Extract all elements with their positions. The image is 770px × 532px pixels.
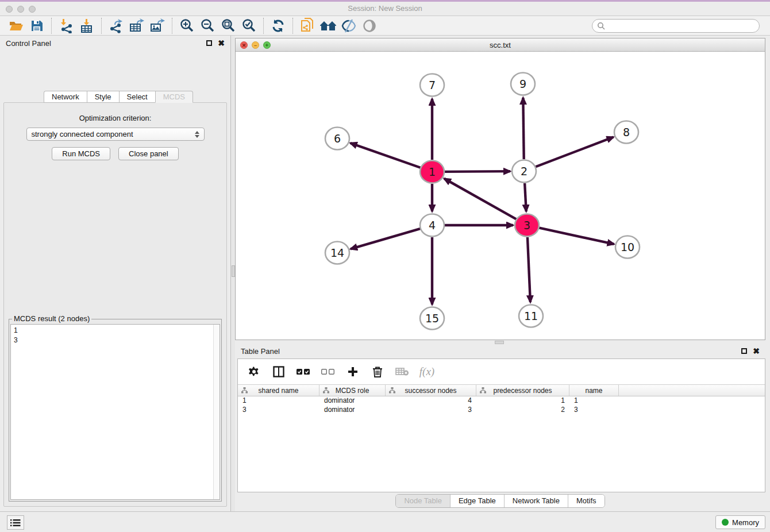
tab-node-table[interactable]: Node Table (396, 495, 451, 507)
export-table-icon[interactable] (126, 17, 147, 34)
hide-graphics-details-icon[interactable] (338, 17, 359, 34)
column-header-successor-nodes[interactable]: successor nodes (386, 385, 476, 396)
graph-edge-3-10[interactable] (539, 228, 614, 244)
split-view-icon[interactable] (272, 365, 286, 379)
float-table-panel-icon[interactable] (741, 348, 747, 354)
clone-network-icon[interactable] (297, 17, 318, 34)
search-input[interactable] (608, 22, 754, 30)
result-scrollbar[interactable] (213, 325, 220, 499)
import-network-icon[interactable] (56, 17, 76, 34)
graph-edge-2-3[interactable] (525, 183, 526, 211)
table-panel: Table Panel ✖ (235, 345, 765, 510)
select-all-columns-icon[interactable] (297, 365, 310, 379)
memory-button[interactable]: Memory (715, 515, 765, 529)
network-maximize-button[interactable]: + (263, 41, 271, 49)
status-bar: Memory (0, 511, 770, 532)
run-mcds-button[interactable]: Run MCDS (52, 147, 110, 160)
table-settings-icon[interactable] (247, 365, 261, 379)
table-panel-title: Table Panel (241, 347, 280, 356)
horizontal-splitter[interactable] (235, 340, 765, 345)
tab-network-table[interactable]: Network Table (505, 495, 568, 507)
table-cell[interactable]: 3 (569, 406, 619, 415)
toolbar-separator (263, 18, 264, 34)
task-history-button[interactable] (7, 515, 24, 530)
mcds-result-text[interactable]: 1 3 (11, 325, 213, 499)
tab-style[interactable]: Style (87, 91, 119, 103)
graph-edge-2-9[interactable] (523, 98, 523, 159)
add-column-icon[interactable] (346, 365, 360, 379)
tab-select[interactable]: Select (119, 91, 155, 103)
column-header-predecessor-nodes[interactable]: predecessor nodes (476, 385, 569, 396)
refresh-icon[interactable] (268, 17, 288, 34)
tab-network[interactable]: Network (44, 91, 87, 103)
column-header-mcds-role[interactable]: MCDS role (319, 385, 386, 396)
tab-edge-table[interactable]: Edge Table (451, 495, 505, 507)
graph-edge-2-8[interactable] (536, 137, 614, 167)
graph-node-label-8: 8 (623, 126, 630, 138)
zoom-fit-icon[interactable] (218, 17, 238, 34)
zoom-selected-icon[interactable] (238, 17, 259, 34)
control-panel-header: Control Panel ✖ (0, 36, 230, 51)
graph-edge-3-11[interactable] (528, 237, 530, 302)
column-header-shared-name[interactable]: shared name (238, 385, 319, 396)
list-icon (10, 519, 21, 527)
delete-table-icon[interactable] (395, 365, 409, 379)
export-network-icon[interactable] (106, 17, 126, 34)
float-panel-icon[interactable] (206, 40, 212, 46)
table-cell[interactable]: 3 (238, 406, 319, 415)
hierarchy-icon (389, 387, 395, 394)
home-icon[interactable] (318, 17, 338, 34)
open-session-icon[interactable] (6, 17, 26, 34)
network-minimize-button[interactable]: – (252, 41, 259, 49)
network-window-title: scc.txt (236, 38, 765, 49)
table-cell[interactable]: dominator (319, 396, 386, 406)
table-cell[interactable]: dominator (319, 406, 386, 415)
show-graphics-details-icon[interactable] (359, 17, 380, 34)
node-table-container: f(x) shared name MCDS role successor nod… (237, 358, 765, 492)
toolbar-separator (172, 18, 172, 34)
graph-edge-1-6[interactable] (351, 143, 421, 168)
network-close-button[interactable]: ✕ (240, 41, 248, 49)
table-body: 1dominator4113dominator323 (238, 396, 765, 415)
table-cell[interactable]: 1 (476, 396, 569, 406)
table-cell[interactable]: 2 (476, 406, 569, 415)
graph-edge-1-2[interactable] (444, 171, 510, 172)
table-panel-tabs: Node Table Edge Table Network Table Moti… (235, 494, 765, 508)
close-panel-icon[interactable]: ✖ (218, 40, 225, 46)
zoom-out-icon[interactable] (197, 17, 218, 34)
table-header-row: shared name MCDS role successor nodes pr… (238, 384, 765, 396)
export-image-icon[interactable] (147, 17, 168, 34)
network-canvas[interactable]: 1234678910111415 (236, 52, 765, 340)
network-window-titlebar: ✕ – + scc.txt (236, 38, 765, 52)
delete-column-icon[interactable] (371, 365, 384, 379)
column-header-name[interactable]: name (569, 385, 619, 396)
graph-edge-3-1[interactable] (444, 179, 517, 219)
function-builder-icon[interactable]: f(x) (420, 365, 434, 379)
control-panel: Control Panel ✖ Network Style Select MCD… (0, 36, 230, 511)
window-title: Session: New Session (0, 4, 770, 13)
table-cell[interactable]: 4 (386, 396, 476, 406)
zoom-in-icon[interactable] (176, 17, 197, 34)
save-session-icon[interactable] (26, 17, 47, 34)
close-table-panel-icon[interactable]: ✖ (753, 348, 760, 354)
deselect-all-columns-icon[interactable] (321, 365, 335, 379)
table-row[interactable]: 1dominator411 (238, 396, 765, 406)
tab-motifs[interactable]: Motifs (568, 495, 605, 507)
hierarchy-icon (323, 387, 329, 394)
tab-mcds[interactable]: MCDS (155, 91, 193, 103)
horizontal-splitter-grip[interactable] (495, 341, 504, 344)
graph-node-label-7: 7 (429, 79, 436, 91)
graph-edge-4-14[interactable] (351, 229, 421, 249)
vertical-splitter[interactable] (230, 36, 235, 511)
table-cell[interactable]: 1 (569, 396, 619, 406)
graph-node-label-1: 1 (429, 165, 436, 178)
toolbar-separator (51, 18, 52, 34)
table-cell[interactable]: 3 (386, 406, 476, 415)
application-window: Session: New Session (0, 0, 770, 532)
network-graph[interactable]: 1234678910111415 (236, 52, 765, 340)
table-cell[interactable]: 1 (238, 396, 319, 406)
table-row[interactable]: 3dominator323 (238, 406, 765, 415)
import-table-icon[interactable] (76, 17, 97, 34)
optimization-criterion-dropdown[interactable]: strongly connected component (26, 128, 205, 141)
close-panel-button[interactable]: Close panel (118, 147, 179, 160)
